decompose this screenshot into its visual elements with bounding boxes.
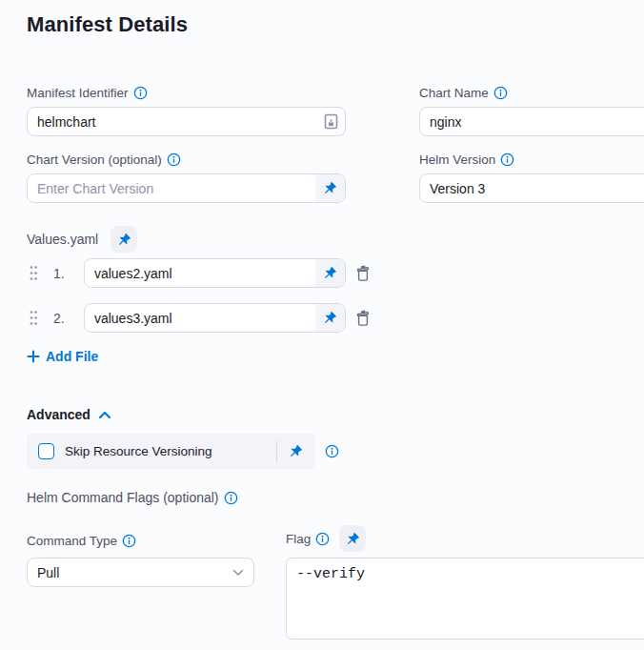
helm-version-value: Version 3 [430,181,485,196]
chart-name-field [419,107,644,136]
chart-name-input[interactable] [420,108,644,135]
helm-version-label-text: Helm Version [419,152,495,167]
command-type-select[interactable]: Pull [27,558,254,587]
info-icon[interactable] [167,152,181,167]
values-file-row: 2. [29,303,372,333]
info-icon[interactable] [500,152,514,167]
chart-version-label-text: Chart Version (optional) [27,152,162,167]
chart-name-label-text: Chart Name [419,86,489,100]
pin-icon [117,233,131,247]
add-file-button[interactable]: Add File [27,349,98,364]
values-yaml-pin-button[interactable] [111,226,137,253]
pin-icon [323,311,337,325]
manifest-identifier-info-icon[interactable] [133,86,148,100]
pin-icon [323,266,337,280]
values-yaml-label: Values.yaml [27,232,98,247]
skip-resource-versioning-pin-button[interactable] [285,444,307,458]
manifest-identifier-label-text: Manifest Identifier [27,86,129,100]
info-icon[interactable] [122,534,136,548]
info-icon[interactable] [224,491,238,505]
chevron-down-icon [232,569,244,577]
chart-name-label: Chart Name [419,86,508,100]
drag-handle-icon[interactable] [29,264,38,283]
advanced-label: Advanced [27,407,91,422]
skip-resource-versioning-info-icon[interactable] [325,444,339,458]
values-file-2-pin-button[interactable] [315,304,345,332]
values-file-1-field [84,258,346,288]
add-file-label: Add File [46,349,98,364]
values-file-1-pin-button[interactable] [315,259,345,287]
info-icon[interactable] [315,532,330,546]
divider [276,440,277,463]
flag-label-text: Flag [286,532,311,546]
command-type-value: Pull [37,565,59,580]
info-icon[interactable] [493,86,508,100]
chart-version-label: Chart Version (optional) [27,152,181,167]
manifest-identifier-label: Manifest Identifier [27,86,148,100]
values-file-2-input[interactable] [85,304,315,332]
manifest-identifier-field [27,107,346,136]
trash-icon[interactable] [354,309,372,328]
skip-resource-versioning-row: Skip Resource Versioning [27,434,314,469]
helm-command-flags-info-icon[interactable] [224,491,238,505]
drag-handle-icon[interactable] [29,309,38,328]
command-type-info-icon[interactable] [122,534,136,548]
chart-version-info-icon[interactable] [167,152,181,167]
advanced-section-toggle[interactable]: Advanced [27,407,111,422]
manifest-details-panel: Manifest Details Manifest Identifier Cha… [0,0,644,650]
skip-resource-versioning-label: Skip Resource Versioning [65,444,276,458]
id-edit-icon[interactable] [316,108,345,135]
values-file-1-delete-button[interactable] [354,264,372,283]
values-yaml-header: Values.yaml [27,226,137,253]
chart-version-pin-button[interactable] [315,174,345,202]
values-file-2-delete-button[interactable] [354,309,372,328]
helm-command-flags-label: Helm Command Flags (optional) [27,490,238,505]
pin-icon [346,532,360,546]
values-file-1-drag-handle[interactable] [29,264,38,283]
page-title: Manifest Details [27,12,188,37]
values-file-2-index: 2. [53,311,72,326]
values-file-2-drag-handle[interactable] [29,309,38,328]
trash-icon[interactable] [354,264,372,283]
info-icon[interactable] [325,444,339,458]
values-file-1-index: 1. [53,266,72,281]
flag-header: Flag [286,525,366,552]
chevron-down-icon [232,569,244,577]
manifest-identifier-input[interactable] [28,108,316,135]
chart-version-field [27,173,346,203]
flag-label: Flag [286,532,330,546]
values-file-1-input[interactable] [85,259,315,287]
chart-name-info-icon[interactable] [493,86,508,100]
values-file-2-field [84,303,346,333]
flag-pin-button[interactable] [339,525,366,552]
chart-version-input[interactable] [28,174,315,202]
plus-icon [27,350,40,363]
values-file-row: 1. [29,258,372,288]
command-type-label: Command Type [27,534,136,548]
chevron-up-icon [98,411,111,419]
info-icon[interactable] [133,86,148,100]
helm-command-flags-label-text: Helm Command Flags (optional) [27,490,219,505]
pin-icon [289,444,303,458]
helm-version-label: Helm Version [419,152,514,167]
command-type-label-text: Command Type [27,534,117,548]
helm-version-select[interactable]: Version 3 [419,173,644,203]
pin-icon [323,181,337,195]
flag-info-icon[interactable] [315,532,330,546]
flag-textarea[interactable]: --verify [286,558,644,640]
skip-resource-versioning-checkbox[interactable] [38,443,54,459]
helm-version-info-icon[interactable] [500,152,514,167]
